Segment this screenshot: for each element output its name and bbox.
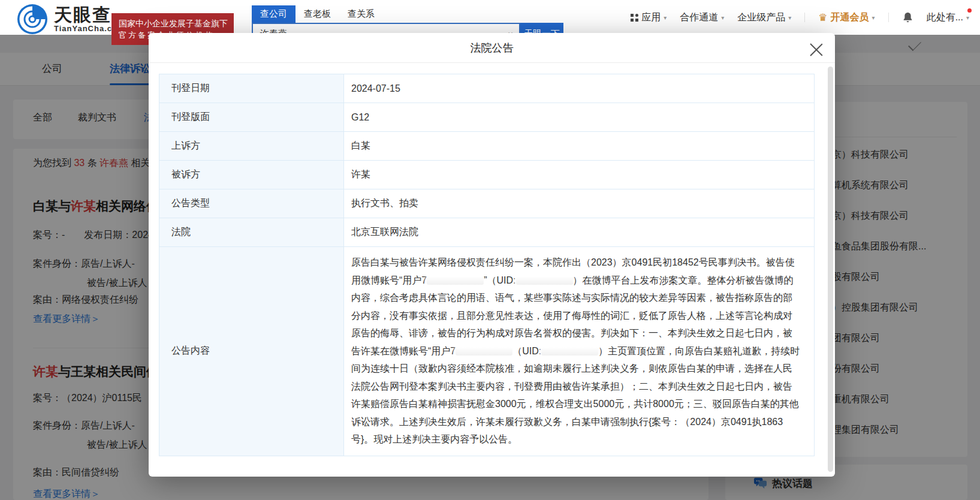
tianyancha-logo-icon — [17, 4, 48, 35]
modal-title: 法院公告 — [149, 33, 835, 63]
close-icon[interactable] — [810, 41, 823, 55]
menu-label: 此处有... — [927, 11, 963, 24]
content-text: ）在微博平台上发布涉案文章。整体分析被告微博的内容，综合考虑具体言论的用语、语气… — [351, 275, 794, 356]
search-tab-查公司[interactable]: 查公司 — [252, 5, 295, 23]
row-label: 刊登日期 — [159, 74, 344, 103]
menu-item-bell[interactable] — [902, 11, 913, 23]
menu-item-应用[interactable]: 应用▾ — [631, 11, 667, 24]
menu-label: 应用 — [641, 11, 661, 24]
crown-icon: ♛ — [818, 11, 827, 24]
table-row: 被诉方许某 — [159, 161, 814, 189]
table-row: 公告类型执行文书、拍卖 — [159, 189, 814, 218]
content-text: ）主页置顶位置，向原告白某赔礼道歉，持续时间为连续十日（致歉内容须经本院核准，如… — [351, 346, 800, 445]
caret-down-icon: ▾ — [721, 14, 724, 21]
search-tabs: 查公司查老板查关系 — [252, 5, 563, 23]
table-row: 法院北京互联网法院 — [159, 218, 814, 247]
announcement-content: 原告白某与被告许某网络侵权责任纠纷一案，本院作出（2023）京0491民初184… — [344, 247, 814, 456]
court-announcement-modal: 法院公告 刊登日期2024-07-15刊登版面G12上诉方白某被诉方许某公告类型… — [149, 33, 835, 477]
table-row: 刊登日期2024-07-15 — [159, 74, 814, 103]
table-row-content: 公告内容原告白某与被告许某网络侵权责任纠纷一案，本院作出（2023）京0491民… — [159, 247, 814, 456]
redacted-text — [427, 276, 484, 285]
caret-down-icon: ▾ — [664, 14, 667, 21]
notification-dot — [967, 8, 972, 13]
table-row: 刊登版面G12 — [159, 103, 814, 132]
row-label: 刊登版面 — [159, 103, 344, 131]
row-value: 许某 — [344, 161, 814, 189]
brand-logo[interactable]: 天眼查 TianYanCha.com — [17, 4, 125, 35]
gov-badge-line1: 国家中小企业发展子基金旗下 — [119, 17, 228, 29]
row-value: 2024-07-15 — [344, 74, 814, 103]
menu-item-此处有...[interactable]: 此处有...▾ — [927, 11, 969, 24]
menu-label: 合作通道 — [680, 11, 718, 24]
top-menu: 应用▾合作通道▾企业级产品▾♛开通会员▾此处有...▾ — [631, 0, 969, 35]
announcement-table: 刊登日期2024-07-15刊登版面G12上诉方白某被诉方许某公告类型执行文书、… — [159, 74, 815, 456]
menu-divider — [888, 13, 889, 22]
menu-item-开通会员[interactable]: ♛开通会员▾ — [818, 11, 875, 24]
menu-label: 开通会员 — [831, 11, 869, 24]
row-label: 法院 — [159, 218, 344, 246]
caret-down-icon: ▾ — [788, 14, 791, 21]
content-text: ”（UID: — [484, 275, 515, 285]
redacted-text — [456, 347, 512, 356]
row-label: 上诉方 — [159, 132, 344, 160]
row-value: 北京互联网法院 — [344, 218, 814, 246]
modal-scrollbar[interactable] — [828, 67, 833, 472]
row-value: 执行文书、拍卖 — [344, 189, 814, 218]
content-text: （UID: — [512, 346, 541, 356]
menu-item-企业级产品[interactable]: 企业级产品▾ — [737, 11, 791, 24]
bell-icon — [902, 11, 913, 23]
row-label: 公告类型 — [159, 189, 344, 218]
menu-item-合作通道[interactable]: 合作通道▾ — [680, 11, 724, 24]
top-header: 天眼查 TianYanCha.com 国家中小企业发展子基金旗下 官方备案企业征… — [0, 0, 980, 35]
menu-label: 企业级产品 — [737, 11, 785, 24]
row-value: G12 — [344, 103, 814, 131]
caret-down-icon: ▾ — [872, 14, 875, 21]
search-tab-查关系[interactable]: 查关系 — [339, 5, 383, 23]
table-row: 上诉方白某 — [159, 132, 814, 161]
caret-down-icon: ▾ — [966, 14, 969, 21]
redacted-text — [516, 276, 573, 285]
menu-divider — [804, 13, 805, 22]
apps-grid-icon — [631, 14, 638, 22]
row-value: 白某 — [344, 132, 814, 160]
row-label: 公告内容 — [159, 247, 344, 456]
redacted-text — [541, 347, 598, 356]
row-label: 被诉方 — [159, 161, 344, 189]
search-tab-查老板[interactable]: 查老板 — [295, 5, 339, 23]
